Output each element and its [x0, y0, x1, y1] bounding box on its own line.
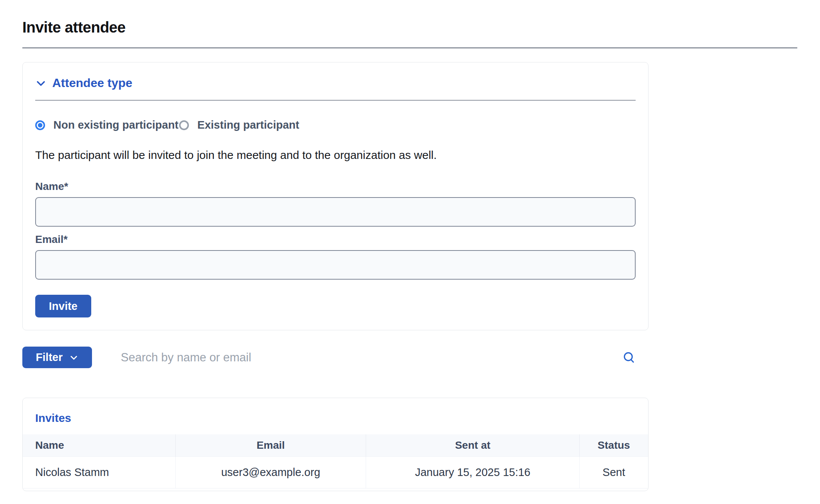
- cell-status: Sent: [579, 456, 648, 488]
- name-field[interactable]: [35, 197, 636, 227]
- attendee-type-section-toggle[interactable]: Attendee type: [35, 76, 636, 90]
- invites-table: Name Email Sent at Status Nicolas Stamm …: [23, 434, 648, 488]
- radio-non-existing-participant[interactable]: [35, 120, 45, 130]
- email-field-label: Email*: [35, 233, 636, 246]
- invites-title: Invites: [23, 398, 648, 434]
- search-icon: [622, 350, 636, 365]
- page-title: Invite attendee: [22, 19, 797, 36]
- column-header-name: Name: [23, 434, 175, 456]
- column-header-email: Email: [175, 434, 366, 456]
- filter-button[interactable]: Filter: [22, 347, 92, 368]
- chevron-down-icon: [35, 78, 47, 89]
- radio-existing-participant[interactable]: [179, 120, 189, 130]
- table-row[interactable]: Nicolas Stamm user3@example.org January …: [23, 456, 648, 488]
- invite-button[interactable]: Invite: [35, 295, 91, 317]
- radio-label[interactable]: Existing participant: [197, 119, 299, 131]
- cell-name: Nicolas Stamm: [23, 456, 175, 488]
- email-field[interactable]: [35, 250, 636, 280]
- table-header-row: Name Email Sent at Status: [23, 434, 648, 456]
- attendee-type-card: Attendee type Non existing participant E…: [22, 62, 649, 330]
- invites-card: Invites Name Email Sent at Status Nicola…: [22, 398, 649, 491]
- search-input[interactable]: [121, 351, 622, 364]
- section-divider: [35, 100, 636, 101]
- search-button[interactable]: [622, 350, 636, 365]
- radio-label[interactable]: Non existing participant: [53, 119, 178, 131]
- column-header-status: Status: [579, 434, 648, 456]
- name-field-label: Name*: [35, 180, 636, 193]
- attendee-type-radio-group: Non existing participant Existing partic…: [35, 119, 636, 131]
- invite-attendee-page: Invite attendee Attendee type Non existi…: [0, 0, 820, 491]
- title-divider: [22, 47, 797, 48]
- cell-sent-at: January 15, 2025 15:16: [366, 456, 579, 488]
- filter-button-label: Filter: [36, 351, 63, 364]
- column-header-sent-at: Sent at: [366, 434, 579, 456]
- filter-search-bar: Filter: [22, 347, 649, 368]
- invite-description: The participant will be invited to join …: [35, 149, 636, 162]
- cell-email: user3@example.org: [175, 456, 366, 488]
- chevron-down-icon: [69, 353, 78, 362]
- section-title: Attendee type: [52, 76, 133, 90]
